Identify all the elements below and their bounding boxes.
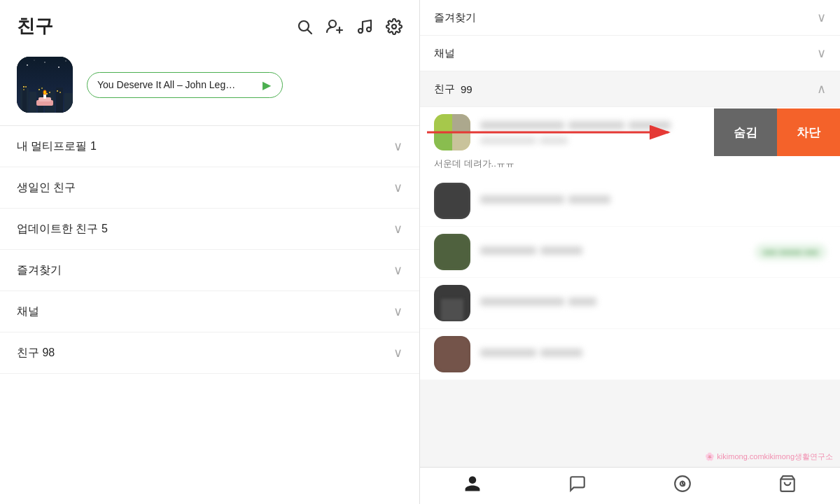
friends-title-group: 친구 99 <box>434 83 472 96</box>
bottom-navigation <box>420 467 840 504</box>
svg-rect-47 <box>434 234 470 270</box>
chevron-down-icon: ∨ <box>393 180 402 195</box>
friend-info-2 <box>480 193 826 209</box>
right-panel: 즐겨찾기 ∨ 채널 ∨ 친구 99 ∧ <box>420 0 840 504</box>
nav-item-shop[interactable] <box>735 475 840 493</box>
svg-rect-28 <box>49 92 50 93</box>
chevron-down-icon: ∨ <box>817 46 826 61</box>
svg-point-6 <box>367 27 371 31</box>
settings-button[interactable] <box>386 18 402 35</box>
music-button[interactable] <box>356 18 373 35</box>
person-icon <box>463 475 482 493</box>
nav-item-friends[interactable] <box>420 475 525 493</box>
friend-item-1[interactable]: 숨김 차단 <box>420 107 840 158</box>
friend-item-3[interactable]: ●●● ●●●●● ●●● <box>420 227 840 278</box>
friends-count: 99 <box>461 83 472 95</box>
shop-icon <box>778 475 797 493</box>
svg-rect-41 <box>434 114 470 150</box>
nav-item-chat[interactable] <box>525 475 630 493</box>
svg-rect-45 <box>434 183 470 219</box>
status-message: 서운데 데려가..ㅠㅠ <box>420 158 840 176</box>
block-button[interactable]: 차단 <box>777 108 840 156</box>
avatar[interactable] <box>17 57 73 113</box>
left-panel: 친구 <box>0 0 420 504</box>
friend-info-3 <box>480 244 755 260</box>
friend-info-5 <box>480 346 826 363</box>
channels-title: 채널 <box>434 47 455 60</box>
watermark: 🌸 kikimong.comkikimong생활연구소 <box>705 451 833 462</box>
play-icon: ▶ <box>262 78 271 92</box>
menu-item-label: 업데이트한 친구 5 <box>17 222 108 237</box>
svg-rect-24 <box>23 89 24 90</box>
friend-action-overlay: 숨김 차단 <box>714 108 840 156</box>
svg-line-1 <box>308 29 312 34</box>
left-header: 친구 <box>0 0 419 50</box>
chevron-down-icon: ∨ <box>393 221 402 237</box>
svg-point-13 <box>65 60 66 61</box>
profile-section: You Deserve It All – John Leg… ▶ <box>0 50 419 125</box>
sidebar-item-birthday[interactable]: 생일인 친구 ∨ <box>0 167 419 209</box>
svg-point-12 <box>58 66 59 68</box>
friend-tag: ●●● ●●●●● ●●● <box>755 244 826 260</box>
svg-point-11 <box>44 62 46 63</box>
svg-rect-17 <box>29 92 36 113</box>
svg-rect-49 <box>441 299 463 321</box>
menu-item-label: 내 멀티프로필 1 <box>17 139 97 154</box>
svg-rect-23 <box>25 86 27 88</box>
chevron-up-icon: ∧ <box>817 81 826 97</box>
svg-rect-25 <box>38 89 40 90</box>
svg-point-5 <box>358 29 363 33</box>
svg-rect-30 <box>59 92 61 93</box>
hide-button[interactable]: 숨김 <box>714 108 777 156</box>
friends-section-header[interactable]: 친구 99 ∧ <box>420 71 840 107</box>
friend-avatar-4 <box>434 285 470 321</box>
svg-rect-26 <box>41 88 43 89</box>
page-title: 친구 <box>17 14 53 38</box>
music-title: You Deserve It All – John Leg… <box>97 79 257 90</box>
svg-rect-29 <box>57 90 58 92</box>
chat-icon <box>568 475 587 493</box>
friend-avatar-3 <box>434 234 470 270</box>
svg-point-10 <box>27 64 28 66</box>
friend-avatar-5 <box>434 336 470 372</box>
chevron-down-icon: ∨ <box>393 345 402 360</box>
friend-info-4 <box>480 295 826 312</box>
chevron-down-icon: ∨ <box>393 139 402 154</box>
menu-item-label: 채널 <box>17 304 39 319</box>
sidebar-item-friends-98[interactable]: 친구 98 ∨ <box>0 332 419 374</box>
music-pill[interactable]: You Deserve It All – John Leg… ▶ <box>87 72 283 98</box>
sidebar-item-favorites[interactable]: 즐겨찾기 ∨ <box>0 250 419 291</box>
svg-rect-21 <box>64 93 73 113</box>
svg-rect-22 <box>23 86 24 88</box>
sidebar-item-multi-profile[interactable]: 내 멀티프로필 1 ∨ <box>0 126 419 167</box>
discover-icon <box>673 475 692 493</box>
menu-item-label: 즐겨찾기 <box>17 263 62 278</box>
sidebar-item-channels[interactable]: 채널 ∨ <box>0 291 419 332</box>
favorites-section-header[interactable]: 즐겨찾기 ∨ <box>420 0 840 36</box>
svg-rect-51 <box>434 336 470 372</box>
channels-section-header[interactable]: 채널 ∨ <box>420 36 840 71</box>
nav-item-discover[interactable] <box>630 475 735 493</box>
friend-avatar-2 <box>434 183 470 219</box>
friend-avatar-1 <box>434 114 470 150</box>
add-friend-button[interactable] <box>326 18 344 35</box>
search-button[interactable] <box>296 18 313 35</box>
friend-info-1 <box>480 119 700 146</box>
right-content-area: 즐겨찾기 ∨ 채널 ∨ 친구 99 ∧ <box>420 0 840 504</box>
chevron-down-icon: ∨ <box>817 10 826 25</box>
svg-rect-16 <box>22 83 27 113</box>
friend-item-2[interactable] <box>420 176 840 227</box>
sidebar-item-updated[interactable]: 업데이트한 친구 5 ∨ <box>0 209 419 250</box>
menu-item-label: 친구 98 <box>17 346 55 360</box>
favorites-title: 즐겨찾기 <box>434 11 476 24</box>
svg-point-2 <box>329 20 336 27</box>
left-icon-group <box>296 18 402 35</box>
chevron-down-icon: ∨ <box>393 304 402 319</box>
friend-item-4[interactable] <box>420 278 840 329</box>
svg-point-7 <box>392 24 396 29</box>
menu-item-label: 생일인 친구 <box>17 181 76 195</box>
chevron-down-icon: ∨ <box>393 262 402 278</box>
friend-item-5[interactable] <box>420 329 840 380</box>
svg-point-14 <box>34 59 34 60</box>
friends-label: 친구 <box>434 83 455 96</box>
